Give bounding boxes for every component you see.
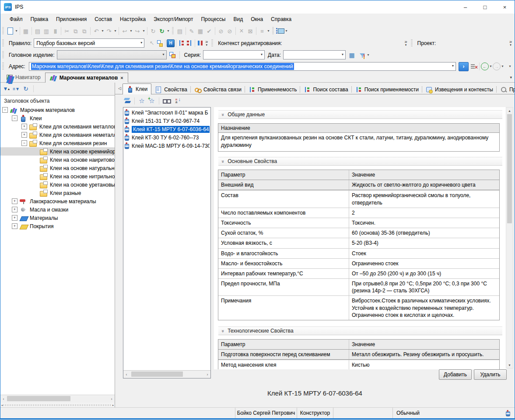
colored-squares-icon[interactable] — [168, 51, 176, 59]
tab-scroll-left-icon[interactable]: ◁ — [118, 86, 121, 90]
series-combobox[interactable] — [203, 50, 265, 59]
pointer-icon[interactable]: ↖ — [148, 39, 156, 47]
tab-usage[interactable]: Применяемость — [245, 85, 300, 94]
tree-item[interactable]: Лакокрасочные материалы — [0, 197, 115, 205]
tree-item[interactable]: Клеи на основе нитрильного каучука — [0, 172, 115, 180]
clear-history-icon[interactable] — [470, 62, 478, 70]
table-row[interactable]: Внешний вид Жидкость от светло-желтого д… — [218, 180, 499, 190]
tree-item[interactable]: Материалы — [0, 214, 115, 222]
scroll-left-icon[interactable]: ‹ — [0, 397, 7, 401]
compare-icon[interactable] — [196, 39, 204, 47]
refresh-button[interactable]: ↻ — [149, 27, 158, 35]
menu-item[interactable]: Справка — [267, 16, 295, 22]
dropdown-caret[interactable]: ▾ — [508, 62, 512, 71]
section-main-properties[interactable]: » Основные Свойства — [218, 157, 502, 166]
table-row[interactable]: Примечания Вибростоек.Стоек в различных … — [218, 295, 499, 320]
menu-item[interactable]: Процессы — [197, 16, 229, 22]
menu-item[interactable]: Вид — [230, 16, 247, 22]
separator[interactable] — [90, 27, 91, 35]
tree-item[interactable]: Клеи для склеивания резин — [0, 139, 115, 147]
tree-expander-icon[interactable] — [12, 198, 18, 204]
toolbar-grip[interactable] — [272, 27, 274, 35]
section-general[interactable]: » Общие данные — [218, 110, 502, 119]
tree-item[interactable]: Клеи на основе наиритового каучука — [0, 156, 115, 164]
sort-icon[interactable]: яa — [172, 97, 181, 105]
minimize-button[interactable]: – — [455, 0, 475, 14]
dropdown-caret[interactable]: ▾ — [501, 62, 504, 71]
dropdown-caret[interactable]: ▾ — [129, 27, 133, 35]
tree-expander-icon[interactable] — [12, 215, 18, 221]
filter-sort-icon[interactable]: ▼▲ — [2, 84, 11, 93]
tree-expander-icon[interactable] — [2, 107, 8, 113]
add-button[interactable]: Добавить — [439, 369, 472, 380]
table-row[interactable]: Условная вязкость, с 5-20 (ВЗ-4) — [218, 238, 499, 248]
dropdown-caret[interactable]: ▾ — [489, 62, 493, 71]
tree-expander-icon[interactable] — [21, 124, 27, 129]
tree-item[interactable]: Покрытия — [0, 222, 115, 230]
table-row[interactable]: Состав Раствор кремнийорганической смолы… — [218, 190, 499, 207]
tree-expander-icon[interactable] — [21, 140, 27, 146]
toolbar-overflow[interactable]: »▾ — [205, 40, 208, 47]
tree-expander-icon[interactable] — [21, 132, 27, 138]
refresh-tree-icon[interactable]: ↻ — [21, 84, 30, 93]
list-item[interactable]: Клей "Эластосил II-01" марка Б ТУ — [123, 108, 210, 117]
tree-item-selected[interactable]: Клеи на основе кремнийорганических соеди… — [0, 147, 115, 156]
dropdown-caret[interactable]: ▾ — [284, 27, 288, 35]
scroll-up-icon[interactable]: ▲ — [508, 108, 511, 114]
tree-expander-icon[interactable] — [12, 207, 18, 212]
form-view-button[interactable]: ▤ — [175, 27, 184, 35]
section-tech-properties[interactable]: » Технологические Свойства — [218, 326, 502, 335]
add-favorite-icon[interactable]: ☆ — [147, 97, 156, 105]
back-icon[interactable]: ← — [481, 62, 489, 70]
list-item[interactable]: Клей 151-31 ТУ 6-02-967-74 — [123, 117, 210, 125]
scroll-right-icon[interactable]: › — [109, 397, 115, 401]
copy-button[interactable]: ⧉ — [71, 27, 80, 35]
insert-left-button[interactable]: ↩ — [120, 27, 129, 35]
tree-item[interactable]: Масла и смазки — [0, 205, 115, 214]
collapse-section-icon[interactable]: » — [221, 330, 226, 332]
collapse-section-icon[interactable]: » — [221, 160, 226, 162]
edit-object-button[interactable]: ✎ — [187, 27, 196, 35]
separator[interactable] — [256, 27, 256, 35]
save-button[interactable]: ▦ — [21, 27, 30, 35]
separator[interactable] — [147, 27, 147, 35]
scrollbar-thumb[interactable] — [131, 371, 183, 377]
table-row[interactable]: Предел прочности, МПа При отрыве0,8 при … — [218, 278, 499, 295]
delete-from-table-button[interactable]: ⊠ — [246, 27, 255, 35]
scroll-right-icon[interactable]: ▸ — [112, 403, 114, 406]
tree-item-adhesives[interactable]: Клеи — [0, 114, 115, 122]
favorite-icon[interactable]: ☆ — [137, 97, 146, 105]
block-object-button[interactable]: ⊘ — [217, 27, 225, 35]
menu-item[interactable]: Состав — [91, 16, 116, 22]
redo-button[interactable]: ↷ — [105, 27, 113, 35]
expand-tree-icon[interactable] — [178, 39, 186, 47]
tab-link-properties[interactable]: Свойства связи — [191, 85, 245, 94]
toolbar-grip[interactable] — [211, 39, 213, 47]
layers-icon[interactable] — [123, 97, 132, 105]
toolbar-grip[interactable] — [411, 39, 413, 47]
tab-search-usage[interactable]: Поиск применяемости — [352, 85, 422, 94]
separator[interactable] — [119, 27, 119, 35]
barcode-button[interactable]: ||| — [51, 27, 60, 35]
dropdown-caret[interactable]: ▾ — [166, 27, 170, 35]
collapse-section-icon[interactable]: » — [221, 113, 226, 115]
tab-properties[interactable]: Свойства — [151, 85, 191, 94]
toolbar-grip[interactable] — [172, 27, 174, 35]
tree-item[interactable]: Клеи разные — [0, 189, 115, 197]
separator[interactable] — [215, 27, 215, 35]
tab-preview[interactable]: Просмотр — [497, 85, 515, 94]
dropdown-caret[interactable]: ▾ — [266, 27, 270, 35]
table-row[interactable]: Токсичность Токсичен. — [218, 218, 499, 228]
structure-nodes-icon[interactable] — [156, 39, 164, 47]
table-row[interactable]: Подготовка поверхности перед склеиванием… — [218, 350, 499, 360]
tree-horizontal-scrollbar[interactable]: ‹ › — [0, 395, 115, 403]
insert-right-button[interactable]: ↪ — [133, 27, 142, 35]
sync-button[interactable]: ↻ — [158, 27, 166, 35]
go-button[interactable]: › — [459, 62, 469, 71]
filter-list-icon[interactable]: ≡▼ — [12, 84, 21, 93]
date-combobox[interactable] — [283, 50, 346, 59]
scroll-right-icon[interactable]: › — [204, 372, 210, 377]
approve-object-button[interactable]: ✔ — [205, 27, 214, 35]
new-document-button[interactable] — [6, 27, 14, 35]
scrollbar-thumb[interactable] — [7, 396, 70, 401]
